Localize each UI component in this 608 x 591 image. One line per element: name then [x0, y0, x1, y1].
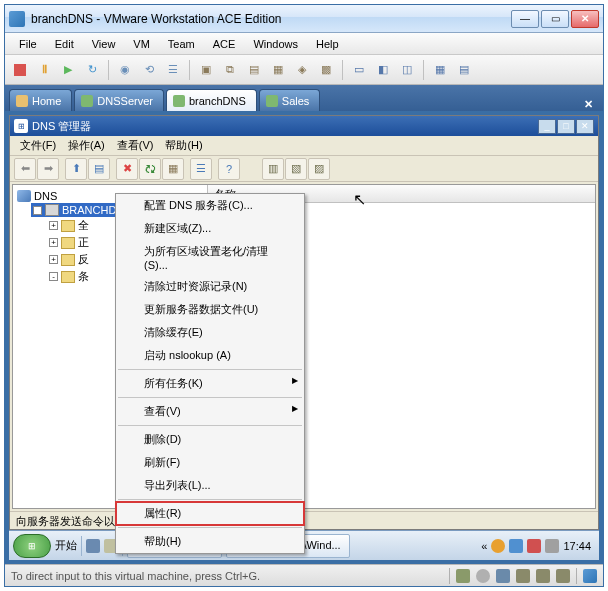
dns-body: DNS − BRANCHDNS +全+正+反-条 名称 配置 D: [12, 184, 596, 509]
tab-branchdns[interactable]: branchDNS: [166, 89, 257, 111]
delete-button[interactable]: ✖: [116, 158, 138, 180]
context-item[interactable]: 新建区域(Z)...: [116, 217, 304, 240]
context-item[interactable]: 启动 nslookup (A): [116, 344, 304, 367]
vmware-tabs: HomeDNSServerbranchDNSSales✕: [5, 85, 603, 111]
device-sound-icon[interactable]: [556, 569, 570, 583]
menu-help[interactable]: Help: [308, 36, 347, 52]
tab-dnsserver[interactable]: DNSServer: [74, 89, 164, 111]
tool4-icon[interactable]: ▦: [267, 59, 289, 81]
menu-edit[interactable]: Edit: [47, 36, 82, 52]
tray-icon1[interactable]: [491, 539, 505, 553]
view5-icon[interactable]: ▤: [453, 59, 475, 81]
view3-icon[interactable]: ◫: [396, 59, 418, 81]
context-item[interactable]: 所有任务(K): [116, 372, 304, 395]
dns-close-button[interactable]: ✕: [576, 119, 594, 134]
expand-icon[interactable]: -: [49, 272, 58, 281]
context-item[interactable]: 刷新(F): [116, 451, 304, 474]
snapshot-manager-button[interactable]: ☰: [162, 59, 184, 81]
vm-icon: [266, 95, 278, 107]
menu-file[interactable]: File: [11, 36, 45, 52]
dns-menu-f[interactable]: 文件(F): [14, 136, 62, 155]
context-item[interactable]: 删除(D): [116, 428, 304, 451]
dns-root-icon: [17, 190, 31, 202]
properties-button[interactable]: ☰: [190, 158, 212, 180]
play-button[interactable]: ▶: [57, 59, 79, 81]
volume-icon[interactable]: [545, 539, 559, 553]
tab-home[interactable]: Home: [9, 89, 72, 111]
view4-icon[interactable]: ▦: [429, 59, 451, 81]
help-button[interactable]: ?: [218, 158, 240, 180]
tool5-icon[interactable]: ◈: [291, 59, 313, 81]
context-item[interactable]: 属性(R): [115, 501, 305, 526]
folder-icon: [61, 220, 75, 232]
tray-expand-icon[interactable]: «: [481, 540, 487, 552]
tab-sales[interactable]: Sales: [259, 89, 321, 111]
dns-menu-h[interactable]: 帮助(H): [159, 136, 208, 155]
vmware-menubar: FileEditViewVMTeamACEWindowsHelp: [5, 33, 603, 55]
context-item[interactable]: 更新服务器数据文件(U): [116, 298, 304, 321]
tool3-icon[interactable]: ▤: [243, 59, 265, 81]
pause-button[interactable]: Ⅱ: [33, 59, 55, 81]
view1-icon[interactable]: ▭: [348, 59, 370, 81]
server-icon: [45, 204, 59, 216]
clock[interactable]: 17:44: [563, 540, 591, 552]
context-item[interactable]: 导出列表(L)...: [116, 474, 304, 497]
collapse-icon[interactable]: −: [33, 206, 42, 215]
context-item[interactable]: 清除缓存(E): [116, 321, 304, 344]
forward-button[interactable]: ➡: [37, 158, 59, 180]
expand-icon[interactable]: +: [49, 221, 58, 230]
menu-windows[interactable]: Windows: [245, 36, 306, 52]
menu-vm[interactable]: VM: [125, 36, 158, 52]
menu-view[interactable]: View: [84, 36, 124, 52]
tray-icon2[interactable]: [509, 539, 523, 553]
tray-icon3[interactable]: [527, 539, 541, 553]
dns-maximize-button[interactable]: □: [557, 119, 575, 134]
filter3-button[interactable]: ▨: [308, 158, 330, 180]
dns-menu-v[interactable]: 查看(V): [111, 136, 160, 155]
revert-button[interactable]: ⟲: [138, 59, 160, 81]
tabs-close-button[interactable]: ✕: [578, 98, 599, 111]
start-button[interactable]: ⊞: [13, 534, 51, 558]
snapshot-button[interactable]: ◉: [114, 59, 136, 81]
context-item[interactable]: 帮助(H): [116, 530, 304, 553]
refresh-button[interactable]: 🗘: [139, 158, 161, 180]
expand-icon[interactable]: +: [49, 238, 58, 247]
context-item[interactable]: 配置 DNS 服务器(C)...: [116, 194, 304, 217]
device-net-icon[interactable]: [516, 569, 530, 583]
filter2-button[interactable]: ▧: [285, 158, 307, 180]
tool2-icon[interactable]: ⧉: [219, 59, 241, 81]
menu-ace[interactable]: ACE: [205, 36, 244, 52]
view2-icon[interactable]: ◧: [372, 59, 394, 81]
export-button[interactable]: ▦: [162, 158, 184, 180]
filter1-button[interactable]: ▥: [262, 158, 284, 180]
tool1-icon[interactable]: ▣: [195, 59, 217, 81]
device-usb-icon[interactable]: [536, 569, 550, 583]
up-button[interactable]: ⬆: [65, 158, 87, 180]
context-item[interactable]: 为所有区域设置老化/清理(S)...: [116, 240, 304, 275]
device-hdd-icon[interactable]: [456, 569, 470, 583]
vmware-logo-icon[interactable]: [583, 569, 597, 583]
minimize-button[interactable]: —: [511, 10, 539, 28]
device-floppy-icon[interactable]: [496, 569, 510, 583]
status-hint: To direct input to this virtual machine,…: [11, 570, 443, 582]
context-separator: [118, 499, 302, 500]
vmware-app-icon: [9, 11, 25, 27]
start-label: 开始: [55, 538, 77, 553]
quick-launch-icon[interactable]: [86, 539, 100, 553]
maximize-button[interactable]: ▭: [541, 10, 569, 28]
expand-icon[interactable]: +: [49, 255, 58, 264]
tool6-icon[interactable]: ▩: [315, 59, 337, 81]
show-hide-button[interactable]: ▤: [88, 158, 110, 180]
device-cd-icon[interactable]: [476, 569, 490, 583]
vmware-titlebar: branchDNS - VMware Workstation ACE Editi…: [5, 5, 603, 33]
context-item[interactable]: 清除过时资源记录(N): [116, 275, 304, 298]
reset-button[interactable]: ↻: [81, 59, 103, 81]
dns-minimize-button[interactable]: _: [538, 119, 556, 134]
menu-team[interactable]: Team: [160, 36, 203, 52]
close-button[interactable]: ✕: [571, 10, 599, 28]
dns-menu-a[interactable]: 操作(A): [62, 136, 111, 155]
back-button[interactable]: ⬅: [14, 158, 36, 180]
dns-title: DNS 管理器: [32, 119, 91, 134]
stop-button[interactable]: [9, 59, 31, 81]
context-item[interactable]: 查看(V): [116, 400, 304, 423]
